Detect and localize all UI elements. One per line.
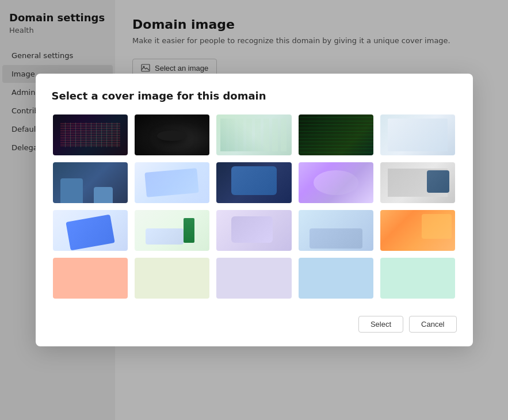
image-cell-6[interactable] — [52, 161, 129, 204]
image-cell-9[interactable] — [297, 161, 375, 204]
image-cell-14[interactable] — [297, 209, 375, 252]
color-cell-lightgreen[interactable] — [133, 257, 211, 300]
color-cell-mintgreen[interactable] — [379, 257, 456, 300]
select-button[interactable]: Select — [358, 316, 403, 333]
image-cell-12[interactable] — [133, 209, 211, 252]
color-cell-lightblue[interactable] — [297, 257, 375, 300]
image-grid — [52, 113, 457, 300]
modal-overlay: Select a cover image for this domain — [0, 0, 508, 420]
image-cell-4[interactable] — [297, 113, 375, 156]
modal-footer: Select Cancel — [52, 314, 457, 333]
image-cell-15[interactable] — [379, 209, 456, 252]
color-cell-salmon[interactable] — [52, 257, 129, 300]
image-cell-10[interactable] — [379, 161, 456, 204]
image-cell-11[interactable] — [52, 209, 129, 252]
image-cell-5[interactable] — [379, 113, 456, 156]
image-cell-13[interactable] — [215, 209, 292, 252]
image-cell-3[interactable] — [215, 113, 292, 156]
image-cell-2[interactable] — [133, 113, 211, 156]
image-cell-1[interactable] — [52, 113, 129, 156]
image-cell-8[interactable] — [215, 161, 292, 204]
modal-dialog: Select a cover image for this domain — [36, 74, 473, 346]
page-background: Domain settings Health General settings … — [0, 0, 508, 420]
modal-title: Select a cover image for this domain — [52, 90, 457, 102]
cancel-button[interactable]: Cancel — [409, 316, 456, 333]
color-cell-lavender[interactable] — [215, 257, 292, 300]
image-cell-7[interactable] — [133, 161, 211, 204]
